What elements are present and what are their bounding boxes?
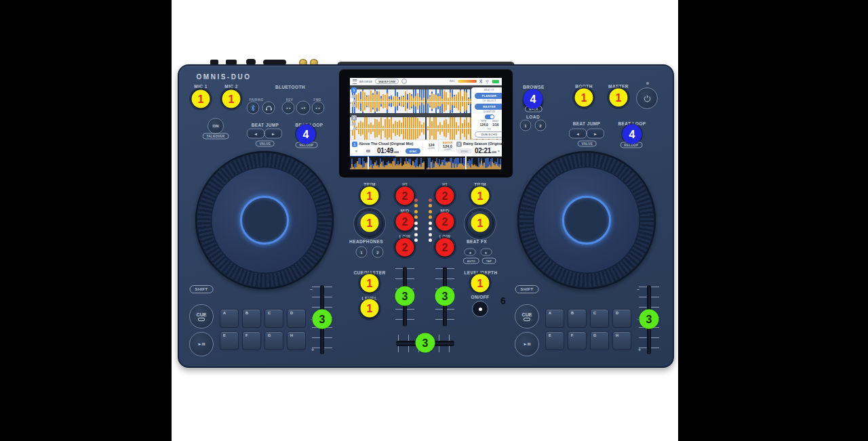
- headphones-cue1-button[interactable]: 1: [356, 247, 368, 258]
- pad-e[interactable]: E: [220, 331, 239, 350]
- bt-next-button[interactable]: ►►: [312, 102, 325, 114]
- annotation-badge-1: 1: [575, 89, 593, 107]
- annotation-badge-4: 4: [296, 125, 316, 144]
- pad-c[interactable]: C: [590, 309, 609, 328]
- headphones-label: HEADPHONES: [349, 239, 383, 244]
- headphones-monitor-button[interactable]: [262, 102, 275, 114]
- bt-prev-button[interactable]: ◄◄: [282, 102, 295, 114]
- headphones-icon: [265, 105, 272, 110]
- deck1-badge: 1: [352, 142, 357, 147]
- mic1-label: MIC 1: [194, 84, 207, 89]
- pad-d[interactable]: D: [612, 309, 631, 328]
- rec-label: REC: [450, 80, 455, 83]
- rec-level-meter: [458, 80, 477, 83]
- annotation-badge-1: 1: [471, 187, 490, 205]
- cue-label: CUE: [522, 312, 532, 317]
- pad-a[interactable]: A: [545, 309, 564, 328]
- beat-jump-back-button[interactable]: ◄: [569, 129, 587, 139]
- bluetooth-label: BLUETOOTH: [275, 85, 305, 89]
- annotation-badge-2: 2: [436, 213, 454, 231]
- annotation-badge-1: 1: [471, 274, 490, 293]
- touchscreen[interactable]: BROWSE WAVEFORM i REC 1 2: [350, 78, 502, 169]
- fx-quantize-label: QUANTIZE: [484, 110, 496, 113]
- beat-jump-back-button[interactable]: ◄: [247, 129, 264, 139]
- fx-channel-button[interactable]: MASTER: [475, 104, 502, 110]
- annotation-badge-1: 1: [222, 90, 241, 108]
- annotation-badge-2: 2: [436, 238, 454, 257]
- mic-on-button[interactable]: ON: [208, 118, 224, 134]
- fx-bpm-value: 124.0: [479, 123, 488, 127]
- meter-led: [429, 222, 432, 225]
- cue-button[interactable]: CUE: [515, 304, 539, 329]
- jog-glow-ring: [562, 196, 611, 245]
- pad-f[interactable]: F: [568, 331, 587, 350]
- meter-led: [429, 198, 432, 202]
- load1-button[interactable]: 1: [520, 120, 532, 131]
- cue-button[interactable]: CUE: [189, 304, 214, 329]
- pad-b[interactable]: B: [568, 309, 587, 328]
- deck2-overview-waveform: [427, 158, 501, 169]
- meter-led: [429, 210, 432, 213]
- fx-effect-button[interactable]: FLANGER: [475, 93, 502, 99]
- fx-bank-button[interactable]: DUB ECHO: [475, 131, 502, 138]
- meter-led: [414, 222, 418, 225]
- annotation-badge-1: 1: [471, 214, 490, 232]
- left-jog-wheel[interactable]: [195, 151, 334, 289]
- on-off-dot: [479, 308, 482, 311]
- pad-d[interactable]: D: [287, 309, 306, 328]
- deck2-number-badge: 2: [351, 115, 357, 121]
- beat-jump-fwd-button[interactable]: ►: [264, 129, 282, 139]
- pad-g[interactable]: G: [264, 331, 283, 350]
- beat-fx-panel: BEAT FX FLANGER CH SELECT MASTER QUANTIZ…: [471, 87, 502, 139]
- annotation-badge-3: 3: [416, 333, 435, 353]
- track-info-bar: 1 Above The Cloud (Original Mix) ▼ 01:49…: [350, 140, 502, 157]
- shift-button[interactable]: SHIFT: [190, 285, 214, 293]
- load2-button[interactable]: 2: [535, 120, 547, 131]
- power-button[interactable]: [636, 87, 658, 109]
- pad-h[interactable]: H: [612, 331, 631, 350]
- pad-a[interactable]: A: [220, 309, 239, 328]
- right-jog-wheel[interactable]: [517, 151, 656, 289]
- meter-led: [429, 227, 432, 230]
- tempo-minus-mark: –: [637, 287, 639, 291]
- beat-fx-back-button[interactable]: ◄: [465, 249, 476, 256]
- beat-fx-fwd-button[interactable]: ►: [481, 249, 492, 256]
- meter-led: [429, 238, 432, 242]
- deck1-track-title: Above The Cloud (Original Mix): [359, 142, 413, 146]
- overview-strip[interactable]: [350, 156, 502, 169]
- power-icon: [644, 95, 651, 102]
- deck2-time-ms: .000: [491, 150, 496, 154]
- battery-icon: [492, 80, 499, 83]
- annotation-badge-2: 2: [396, 187, 414, 205]
- tab-waveform[interactable]: WAVEFORM: [375, 79, 399, 84]
- bluetooth-button[interactable]: [247, 102, 260, 114]
- play-pause-button[interactable]: ►/II: [515, 332, 539, 356]
- pad-b[interactable]: B: [242, 309, 261, 328]
- beat-fx-on-off-button[interactable]: [472, 301, 488, 317]
- pad-g[interactable]: G: [590, 331, 609, 350]
- bt-play-button[interactable]: ►II: [296, 101, 311, 115]
- deck2-filter-icon[interactable]: ▼: [497, 149, 500, 153]
- menu-icon[interactable]: [353, 79, 357, 84]
- pad-e[interactable]: E: [545, 331, 564, 350]
- beat-jump-fwd-button[interactable]: ►: [587, 129, 604, 139]
- deck1-filter-icon[interactable]: ▼: [355, 149, 358, 153]
- annotation-badge-1: 1: [610, 89, 628, 107]
- pad-f[interactable]: F: [242, 331, 261, 350]
- quantize-toggle[interactable]: [485, 114, 494, 119]
- beat-jump-label: BEAT JUMP: [573, 121, 601, 126]
- annotation-badge-2: 2: [436, 187, 454, 205]
- deck1-beat-icons: [366, 150, 370, 152]
- pad-h[interactable]: H: [287, 331, 306, 350]
- annotation-badge-1: 1: [361, 299, 379, 318]
- play-pause-button[interactable]: ►/II: [189, 332, 214, 356]
- meter-led: [414, 198, 418, 202]
- tab-browse[interactable]: BROWSE: [359, 80, 372, 83]
- info-icon[interactable]: i: [401, 79, 407, 84]
- deck1-sync-button[interactable]: SYNC: [406, 148, 420, 154]
- annotation-badge-3: 3: [313, 310, 332, 329]
- shift-button[interactable]: SHIFT: [515, 285, 539, 293]
- pad-c[interactable]: C: [264, 309, 283, 328]
- headphones-cue2-button[interactable]: 2: [372, 247, 384, 258]
- deck2-sync-button[interactable]: SYNC: [457, 148, 472, 154]
